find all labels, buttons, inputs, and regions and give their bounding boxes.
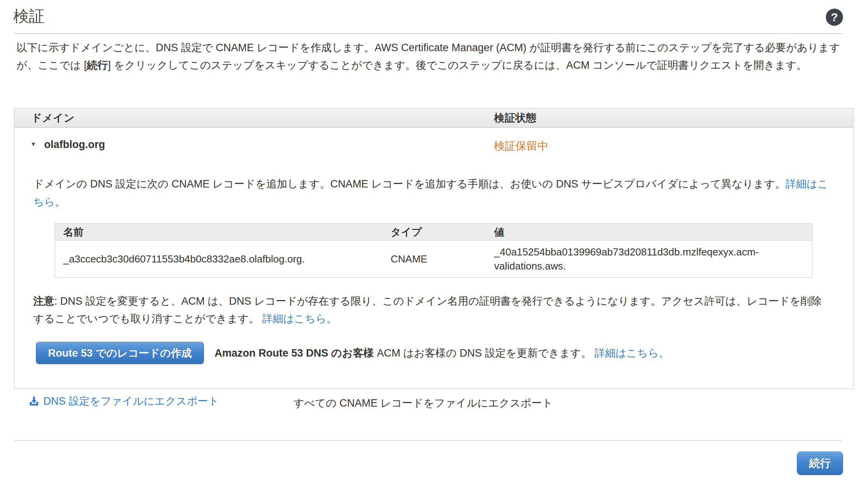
route53-caption-bold: Amazon Route 53 DNS のお客様 [214,347,374,359]
page-title: 検証 [13,5,45,27]
route53-caption: Amazon Route 53 DNS のお客様 ACM はお客様の DNS 設… [214,346,669,360]
route53-details-link[interactable]: 詳細はこちら。 [595,347,670,359]
export-dns-link-label[interactable]: DNS 設定をファイルにエクスポート [43,394,219,408]
domain-column-header: ドメイン [31,111,75,125]
domain-table: ドメイン 検証状態 ▼ olafblog.org 検証保留中 ドメインの DNS… [14,108,854,389]
collapse-toggle-icon[interactable]: ▼ [30,141,36,147]
cname-record-row: _a3ccecb3c30d60711553b4b0c8332ae8.olafbl… [55,241,812,277]
record-value-cell: _40a15254bba0139969ab73d20811d3db.mzlfeq… [486,242,812,276]
intro-text: 以下に示すドメインごとに、DNS 設定で CNAME レコードを作成します。AW… [16,39,843,74]
export-dns-link[interactable]: DNS 設定をファイルにエクスポート [28,394,219,408]
intro-text-continue-ref: 続行 [87,59,108,71]
domain-table-body: ▼ olafblog.org 検証保留中 ドメインの DNS 設定に次の CNA… [14,128,853,389]
help-icon[interactable]: ? [826,9,843,26]
download-icon [28,395,40,407]
record-value-header: 値 [486,222,812,242]
domain-row[interactable]: ▼ olafblog.org 検証保留中 [14,128,853,153]
note-label: 注意 [33,295,54,307]
record-name-header: 名前 [55,225,382,239]
cname-record-table-header: 名前 タイプ 値 [55,224,812,241]
route53-action-row: Route 53 でのレコードの作成 Amazon Route 53 DNS の… [36,342,853,364]
record-name-cell: _a3ccecb3c30d60711553b4b0c8332ae8.olafbl… [55,252,382,266]
status-column-header: 検証状態 [494,111,536,125]
footer-divider [14,440,841,441]
export-caption: すべての CNAME レコードをファイルにエクスポート [293,396,553,410]
note-text: 注意: DNS 設定を変更すると、ACM は、DNS レコードが存在する限り、こ… [33,293,830,328]
title-divider [14,33,843,34]
continue-button[interactable]: 続行 [797,452,843,475]
domain-name[interactable]: olafblog.org [44,139,105,150]
route53-caption-text: ACM はお客様の DNS 設定を更新できます。 [374,347,591,359]
cname-record-table: 名前 タイプ 値 _a3ccecb3c30d60711553b4b0c8332a… [55,223,813,278]
export-row: DNS 設定をファイルにエクスポート すべての CNAME レコードをファイルに… [14,393,854,411]
domain-table-header: ドメイン 検証状態 [14,109,853,128]
create-route53-record-button[interactable]: Route 53 でのレコードの作成 [36,342,204,364]
note-body: : DNS 設定を変更すると、ACM は、DNS レコードが存在する限り、このド… [33,295,822,325]
validation-status-badge: 検証保留中 [494,139,548,154]
intro-text-part2: ] をクリックしてこのステップをスキップすることができます。後でこのステップに戻… [108,59,807,71]
acm-validation-page: 検証 ? 以下に示すドメインごとに、DNS 設定で CNAME レコードを作成し… [0,0,868,482]
note-details-link[interactable]: 詳細はこちら。 [262,313,337,325]
record-type-header: タイプ [382,225,486,239]
record-type-cell: CNAME [382,252,486,266]
instruction-text-body: ドメインの DNS 設定に次の CNAME レコードを追加します。CNAME レ… [33,178,786,190]
instruction-text: ドメインの DNS 設定に次の CNAME レコードを追加します。CNAME レ… [33,175,830,211]
